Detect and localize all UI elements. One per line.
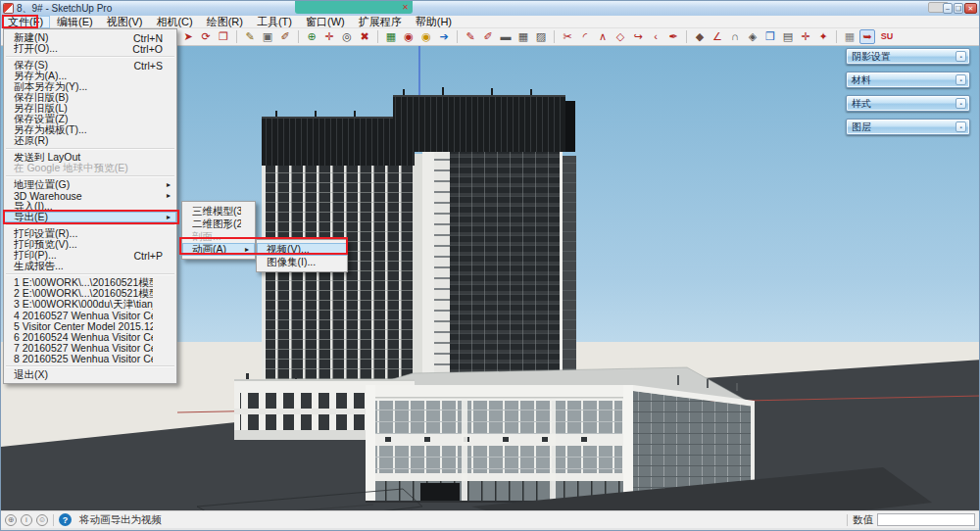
app-icon [4, 4, 13, 13]
orbit-icon[interactable]: ⊕ [304, 29, 319, 44]
menu-view[interactable]: 视图(V) [100, 16, 150, 28]
select-tool-icon[interactable]: ➤ [180, 29, 196, 44]
3d-text-icon[interactable]: ▣ [260, 29, 275, 44]
paint-swap-icon[interactable]: ❐ [216, 29, 231, 44]
geo-map-icon[interactable]: ▦ [383, 29, 399, 44]
file-menu-item-export[interactable]: 导出(E) ▸ [4, 212, 176, 222]
file-menu-item-generate-report[interactable]: 生成报告... [4, 261, 176, 271]
sign-in-status-icon[interactable]: ☺ [36, 514, 48, 526]
rotate-tool-icon[interactable]: ↪ [630, 29, 646, 44]
rectangle-tool-icon[interactable]: ▬ [498, 29, 514, 44]
file-menu-item-geo-location[interactable]: 地理位置(G) ▸ [4, 179, 176, 190]
eraser-tool-icon[interactable]: ✂ [560, 29, 575, 44]
submenu-arrow-icon: ▸ [163, 213, 171, 221]
paint-bucket-icon[interactable]: ✐ [277, 29, 293, 44]
followme-tool-icon[interactable]: ✦ [815, 29, 831, 44]
toolbar-icon[interactable] [686, 30, 687, 43]
freehand-tool-icon[interactable]: ✐ [480, 29, 496, 44]
file-menu-recent-3[interactable]: 3 E:\00WORK\000du\天津\tianjin [4, 299, 176, 310]
file-menu-item-revert[interactable]: 还原(R) [4, 135, 176, 146]
maximize-button[interactable]: ❏ [954, 3, 963, 14]
file-menu-recent-6[interactable]: 6 20160524 Wenhua Visitor Center [4, 331, 176, 342]
status-bar: ⊕ i ☺ ? 将动画导出为视频 数值 [1, 510, 980, 528]
menu-tools[interactable]: 工具(T) [250, 16, 299, 28]
line-tool-icon[interactable]: ✎ [463, 29, 478, 44]
file-menu-item-exit[interactable]: 退出(X) [4, 369, 176, 380]
export-submenu-animation[interactable]: 动画(A) ▸ [182, 243, 255, 256]
help-icon[interactable]: ? [59, 513, 72, 526]
toolbar-icon[interactable] [298, 30, 299, 43]
tray-expand-icon[interactable]: ▪ [956, 74, 966, 85]
text-tool-icon[interactable]: ✎ [242, 29, 258, 44]
file-menu-recent-4[interactable]: 4 20160527 Wenhua Visitor Center [4, 310, 176, 320]
submenu-arrow-icon: ▸ [163, 180, 171, 189]
tray-layers[interactable]: 图层 ▪ [846, 119, 970, 135]
animation-submenu-video[interactable]: 视频(V)... [257, 243, 347, 256]
polygon-tool-icon[interactable]: ◇ [612, 29, 628, 44]
window-title: 8、9# - SketchUp Pro [17, 2, 112, 16]
tray-shadow-settings[interactable]: 阴影设置 ▪ [846, 48, 970, 65]
tray-expand-icon[interactable]: ▪ [956, 51, 966, 62]
submenu-arrow-icon: ▸ [163, 191, 171, 200]
toolbar-icon[interactable] [377, 30, 378, 43]
scale-tool-icon[interactable]: ◈ [745, 29, 760, 44]
section-plane-icon[interactable]: ❒ [762, 29, 778, 44]
menu-camera[interactable]: 相机(C) [149, 16, 199, 28]
divider [53, 514, 54, 526]
grid-tool-icon[interactable]: ▦ [515, 29, 531, 44]
file-menu-recent-8[interactable]: 8 20160525 Wenhua Visitor Center [4, 353, 176, 363]
tray-expand-icon[interactable]: ▪ [956, 121, 966, 132]
protractor-tool-icon[interactable]: ∠ [710, 29, 725, 44]
make-component-icon[interactable]: ⟳ [198, 29, 214, 44]
pan-icon[interactable]: ✛ [321, 29, 337, 44]
file-menu-item-preview-in-google-earth[interactable]: 在 Google 地球中预览(E) [4, 163, 176, 173]
close-button[interactable]: ✕ [964, 3, 977, 14]
toolbar-icon[interactable] [236, 30, 237, 43]
roof-tool-icon[interactable]: ∧ [595, 29, 611, 44]
hatch-tool-icon[interactable]: ▨ [533, 29, 549, 44]
polyline-tool-icon[interactable]: ‹ [648, 29, 663, 44]
globe-icon[interactable]: ◉ [401, 29, 416, 44]
tray-materials[interactable]: 材料 ▪ [846, 72, 970, 88]
toolbar-icon[interactable] [457, 30, 458, 43]
menu-draw[interactable]: 绘图(R) [200, 16, 250, 28]
globe-alt-icon[interactable]: ◉ [418, 29, 434, 44]
file-menu-recent-5[interactable]: 5 Visitor Center Model 2015.12.22 [4, 320, 176, 331]
arc-tool-icon[interactable]: ◜ [577, 29, 593, 44]
dimension-tool-icon[interactable]: ▤ [780, 29, 796, 44]
menu-edit[interactable]: 编辑(E) [50, 16, 100, 28]
tray-styles[interactable]: 样式 ▪ [846, 95, 970, 112]
zoom-extents-icon[interactable]: ✖ [357, 29, 372, 44]
component-browser-icon[interactable]: ▦ [842, 29, 858, 44]
export-submenu-section[interactable]: 剖面... [182, 230, 255, 243]
file-menu-recent-7[interactable]: 7 20160527 Wenhua Visitor Center [4, 342, 176, 353]
menu-file[interactable]: 文件(F) [1, 16, 50, 28]
measurement-label: 数值 [853, 513, 873, 527]
credits-status-icon[interactable]: i [21, 514, 32, 526]
file-menu-item-open[interactable]: 打开(O)... Ctrl+O [4, 43, 176, 54]
arc-ruler-icon[interactable]: ∩ [727, 29, 743, 44]
export-video-button[interactable]: ➥ [859, 29, 875, 44]
divider [847, 514, 848, 526]
file-menu: 新建(N) Ctrl+N 打开(O)... Ctrl+O 保存(S) Ctrl+… [3, 28, 177, 384]
su-logo-icon[interactable]: SU [877, 29, 897, 44]
menu-bar: 文件(F)编辑(E)视图(V)相机(C)绘图(R)工具(T)窗口(W)扩展程序帮… [1, 16, 980, 28]
export-submenu-2d-graphic[interactable]: 二维图形(2)... [182, 217, 255, 230]
geolocation-status-icon[interactable]: ⊕ [5, 514, 17, 526]
axes-tool-icon[interactable]: ✛ [798, 29, 813, 44]
minimize-button[interactable]: – [943, 3, 953, 14]
export-submenu-3d-model[interactable]: 三维模型(3)... [182, 205, 255, 217]
share-model-icon[interactable]: ➔ [436, 29, 452, 44]
pushpull-tool-icon[interactable]: ◆ [692, 29, 708, 44]
measurement-input[interactable] [877, 513, 975, 526]
status-hint: 将动画导出为视频 [79, 513, 842, 527]
pen-tool-icon[interactable]: ✒ [665, 29, 681, 44]
menu-help[interactable]: 帮助(H) [409, 16, 459, 28]
toolbar-icon[interactable] [554, 30, 555, 43]
animation-submenu-image-set[interactable]: 图像集(I)... [257, 256, 347, 268]
tray-expand-icon[interactable]: ▪ [956, 98, 966, 109]
menu-extensions[interactable]: 扩展程序 [352, 16, 409, 28]
menu-window[interactable]: 窗口(W) [299, 16, 352, 28]
zoom-icon[interactable]: ◎ [339, 29, 355, 44]
toolbar-icon[interactable] [836, 30, 837, 43]
